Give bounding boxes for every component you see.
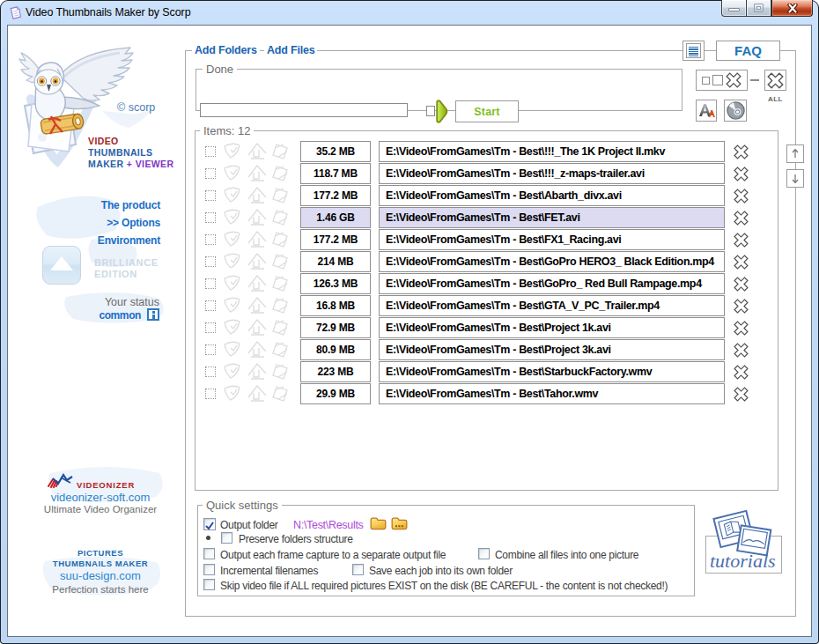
svg-text:tutorials: tutorials (710, 550, 776, 572)
